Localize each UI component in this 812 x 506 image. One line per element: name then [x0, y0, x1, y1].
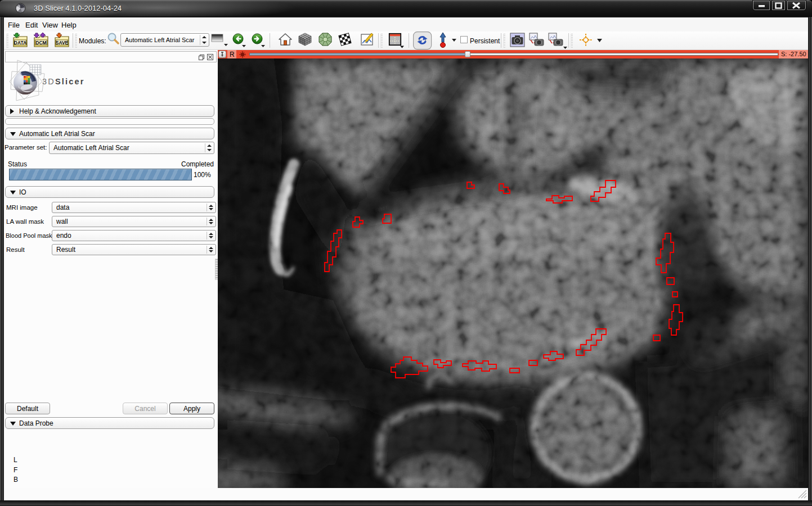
svg-text:SAVE: SAVE [56, 40, 69, 46]
svg-text:DCM: DCM [35, 40, 46, 46]
svg-text:DATA: DATA [14, 40, 26, 46]
